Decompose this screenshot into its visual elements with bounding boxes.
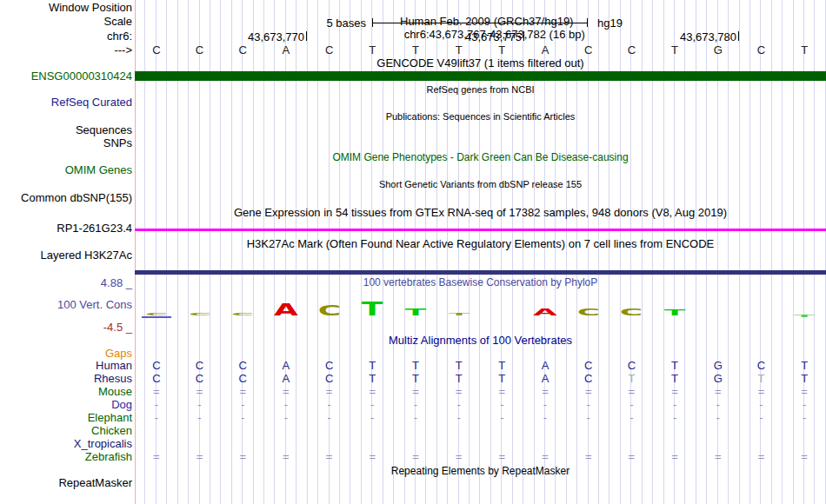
alignment-cell-mouse: = [796, 385, 813, 398]
track-title-gene-expression-in-54-tissues-from-gtex-[interactable]: Gene Expression in 54 tissues from GTEx … [135, 206, 826, 219]
scale-bar-right-tick [587, 18, 588, 27]
track-title-100-vertebrates-basewise-conservation-by[interactable]: 100 vertebrates Basewise Conservation by… [135, 276, 826, 289]
alignment-cell-elephant: - [450, 411, 468, 424]
alignment-cell-dog: - [363, 398, 381, 411]
alignment-cell-human: T [363, 359, 381, 372]
alignment-cell-elephant: - [580, 411, 597, 424]
alignment-cell-human: A [277, 359, 295, 372]
alignment-cell-mouse: = [666, 385, 683, 398]
track-label-common-dbsnp-155[interactable]: Common dbSNP(155) [21, 191, 132, 204]
scale-bar-left-tick [372, 18, 373, 27]
alignment-cell-human: C [752, 359, 769, 372]
layered-h3k27ac-bar[interactable] [135, 270, 826, 275]
track-title-h3k27ac-mark-often-found-near-active-reg[interactable]: H3K27Ac Mark (Often Found Near Active Re… [135, 237, 826, 250]
alignment-cell-dog: - [796, 398, 813, 411]
alignment-cell-rhesus: T [666, 372, 683, 385]
alignment-cell-elephant: - [493, 411, 510, 424]
track-label-layered-h3k27ac[interactable]: Layered H3K27Ac [40, 249, 132, 262]
alignment-cell-human: C [148, 359, 165, 372]
base-letter: C [580, 43, 597, 56]
gtex-gene-model-bar[interactable] [135, 229, 826, 231]
track-label-4-88[interactable]: 4.88 _ [101, 276, 132, 289]
track-title-gencode-v49lift37-1-items-filtered-out[interactable]: GENCODE V49lift37 (1 items filtered out) [135, 56, 826, 70]
alignment-cell-dog: - [277, 398, 295, 411]
alignment-cell-elephant: - [623, 411, 640, 424]
track-label-window-position[interactable]: Window Position [49, 1, 132, 14]
alignment-cell-elephant: - [666, 411, 683, 424]
track-label-100-vert-cons[interactable]: 100 Vert. Cons [57, 298, 132, 311]
base-letter: T [363, 43, 381, 56]
alignment-cell-rhesus: T [623, 372, 640, 385]
alignment-cell-dog: - [450, 398, 468, 411]
alignment-cell-mouse: = [321, 385, 338, 398]
alignment-cell-zebrafish: = [363, 450, 381, 463]
track-label-elephant[interactable]: Elephant [88, 411, 132, 424]
track-title-omim-gene-phenotypes-dark-green-can-be-d[interactable]: OMIM Gene Phenotypes - Dark Green Can Be… [135, 151, 826, 164]
base-letter: T [493, 43, 510, 56]
track-label-sequences[interactable]: Sequences [76, 123, 132, 136]
scale-bar [372, 23, 588, 23]
coordinate-label: 43,673,770 [248, 30, 304, 43]
alignment-cell-human: C [580, 359, 597, 372]
track-label-4-5[interactable]: -4.5 _ [103, 321, 132, 334]
base-letter: A [277, 43, 295, 56]
assembly-name: Human Feb. 2009 (GRCh37/hg19) [400, 15, 573, 28]
alignment-cell-elephant: - [148, 411, 165, 424]
alignment-cell-elephant: - [363, 411, 381, 424]
track-label-rp1-261g23-4[interactable]: RP1-261G23.4 [57, 222, 132, 235]
track-label-chicken[interactable]: Chicken [91, 424, 132, 437]
track-label-omim-genes[interactable]: OMIM Genes [65, 163, 132, 176]
alignment-cell-elephant: - [234, 411, 251, 424]
alignment-cell-elephant: - [407, 411, 424, 424]
alignment-cell-elephant: - [709, 411, 727, 424]
gencode-gene-bar[interactable] [135, 71, 826, 81]
alignment-cell-dog: - [493, 398, 510, 411]
track-title-short-genetic-variants-from-dbsnp-releas[interactable]: Short Genetic Variants from dbSNP releas… [135, 178, 826, 191]
track-label-ensg00000310424[interactable]: ENSG00000310424 [31, 70, 132, 83]
alignment-cell-rhesus: T [363, 372, 381, 385]
alignment-cell-dog: - [407, 398, 424, 411]
alignment-cell-human: T [493, 359, 510, 372]
conservation-glyph: T [656, 305, 694, 318]
alignment-cell-dog: - [709, 398, 727, 411]
track-title-repeating-elements-by-repeatmasker[interactable]: Repeating Elements by RepeatMasker [135, 465, 826, 478]
alignment-cell-rhesus: T [450, 372, 468, 385]
track-label-snps[interactable]: SNPs [103, 136, 132, 149]
alignment-cell-zebrafish: = [450, 450, 468, 463]
alignment-cell-dog: - [623, 398, 640, 411]
alignment-cell-mouse: = [752, 385, 769, 398]
conservation-glyph: T [396, 305, 435, 318]
scale-value-label: 5 bases [326, 17, 366, 30]
alignment-cell-zebrafish: = [407, 450, 424, 463]
alignment-cell-zebrafish: = [623, 450, 640, 463]
base-letter: C [148, 43, 165, 56]
track-title-multiz-alignments-of-100-vertebrates[interactable]: Multiz Alignments of 100 Vertebrates [135, 334, 826, 347]
alignment-cell-human: C [321, 359, 338, 372]
alignment-cell-dog: - [666, 398, 683, 411]
alignment-cell-zebrafish: = [580, 450, 597, 463]
track-label-[interactable]: ---> [114, 43, 132, 56]
alignment-cell-mouse: = [363, 385, 381, 398]
alignment-cell-mouse: = [277, 385, 295, 398]
track-label-rhesus[interactable]: Rhesus [94, 372, 132, 385]
track-label-repeatmasker[interactable]: RepeatMasker [58, 476, 132, 489]
track-label-dog[interactable]: Dog [111, 398, 132, 411]
track-label-gaps[interactable]: Gaps [105, 347, 132, 360]
alignment-cell-zebrafish: = [493, 450, 510, 463]
track-label-x-tropicalis[interactable]: X_tropicalis [74, 437, 132, 450]
alignment-cell-dog: - [321, 398, 338, 411]
track-label-zebrafish[interactable]: Zebrafish [85, 450, 132, 463]
alignment-cell-zebrafish: = [666, 450, 683, 463]
track-label-mouse[interactable]: Mouse [98, 385, 132, 398]
track-title-refseq-genes-from-ncbi[interactable]: RefSeq genes from NCBI [135, 83, 826, 96]
track-label-human[interactable]: Human [96, 359, 132, 372]
alignment-cell-human: T [450, 359, 468, 372]
track-label-refseq-curated[interactable]: RefSeq Curated [51, 96, 132, 109]
track-title-publications-sequences-in-scientific-art[interactable]: Publications: Sequences in Scientific Ar… [135, 110, 826, 123]
track-label-chr6[interactable]: chr6: [107, 30, 132, 43]
alignment-cell-rhesus: T [752, 372, 769, 385]
track-label-scale[interactable]: Scale [103, 15, 132, 28]
alignment-cell-rhesus: T [407, 372, 424, 385]
base-letter: T [407, 43, 424, 56]
alignment-cell-zebrafish: = [321, 450, 338, 463]
